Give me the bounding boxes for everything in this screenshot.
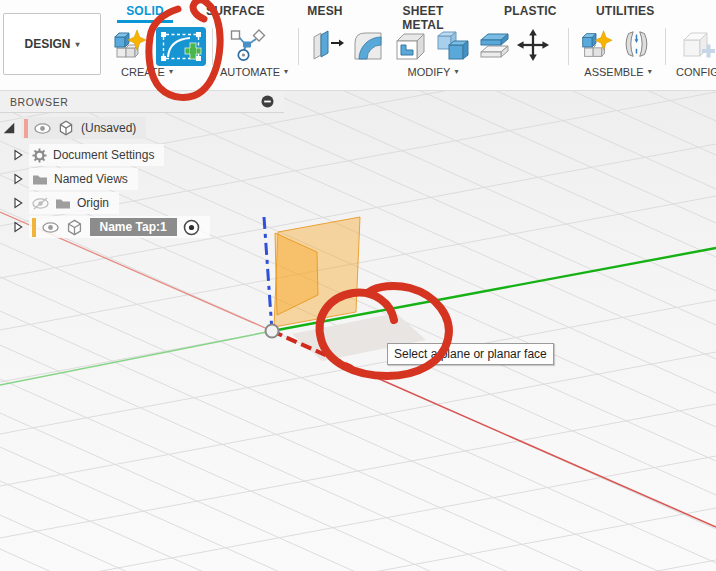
- create-group-label[interactable]: CREATE▾: [107, 65, 187, 78]
- body-cube-icon: [65, 218, 84, 237]
- browser-title: BROWSER: [10, 96, 261, 108]
- chevron-down-icon: ▾: [648, 67, 652, 76]
- design-label: DESIGN: [24, 37, 70, 51]
- activate-component-radio[interactable]: [183, 219, 200, 236]
- automate-group-label[interactable]: AUTOMATE▾: [214, 65, 294, 78]
- fillet-icon[interactable]: [350, 28, 386, 64]
- chevron-down-icon: ▾: [284, 67, 288, 76]
- combine-icon[interactable]: [434, 28, 470, 64]
- x-axis-far: [352, 367, 716, 527]
- modify-group-label[interactable]: MODIFY▾: [393, 65, 473, 78]
- collapsed-triangle-icon[interactable]: [12, 196, 24, 210]
- chevron-down-icon: ▾: [76, 40, 80, 49]
- component-icon: [57, 119, 75, 137]
- new-component-icon[interactable]: [110, 28, 148, 62]
- browser-row-document-settings[interactable]: Document Settings: [12, 144, 164, 166]
- status-tooltip: Select a plane or planar face: [387, 343, 554, 365]
- joint-icon[interactable]: [618, 28, 654, 62]
- component-color-bar: [24, 119, 28, 138]
- grid-line: [0, 379, 716, 571]
- tab-mesh[interactable]: MESH: [303, 4, 347, 20]
- toolbar: SOLID SURFACE MESH SHEET METAL PLASTIC U…: [0, 0, 716, 91]
- document-name[interactable]: (Unsaved): [81, 121, 136, 135]
- browser-row-origin[interactable]: Origin: [12, 192, 119, 214]
- chevron-down-icon: ▾: [169, 67, 173, 76]
- tab-surface[interactable]: SURFACE: [206, 4, 264, 20]
- chevron-down-icon: ▾: [454, 67, 458, 76]
- tab-utilities[interactable]: UTILITIES: [596, 4, 652, 20]
- design-workspace-dropdown[interactable]: DESIGN ▾: [3, 13, 101, 75]
- active-tab-indicator: [117, 20, 173, 23]
- y-axis-negative: [0, 331, 272, 385]
- visibility-off-eye-icon[interactable]: [32, 197, 49, 210]
- component-color-bar: [32, 218, 36, 237]
- visibility-eye-icon[interactable]: [34, 122, 51, 135]
- press-pull-icon[interactable]: [308, 28, 344, 64]
- config-group-label[interactable]: CONFIG: [676, 65, 716, 78]
- visibility-eye-icon[interactable]: [42, 221, 59, 234]
- grid-line: [0, 243, 716, 563]
- collapsed-triangle-icon[interactable]: [12, 148, 24, 162]
- tree-item-label[interactable]: Document Settings: [53, 148, 154, 162]
- tab-plastic[interactable]: PLASTIC: [504, 4, 556, 20]
- toolbar-separator: [568, 28, 569, 65]
- tree-item-label[interactable]: Origin: [77, 196, 109, 210]
- configure-icon-disabled: [678, 28, 716, 64]
- tab-sheet-metal[interactable]: SHEET METAL: [381, 4, 465, 20]
- tree-item-label[interactable]: Named Views: [54, 172, 128, 186]
- collapsed-triangle-icon[interactable]: [12, 220, 24, 234]
- shell-icon[interactable]: [392, 28, 428, 64]
- fusion360-window: { "ui": { "caret_down": "▾" }, "colors":…: [0, 0, 716, 571]
- grid-line: [0, 300, 716, 434]
- collapse-panel-icon[interactable]: [261, 95, 274, 108]
- collapsed-triangle-icon[interactable]: [12, 172, 24, 186]
- tab-solid[interactable]: SOLID: [117, 4, 173, 20]
- new-component-icon[interactable]: [578, 28, 614, 62]
- browser-row-named-views[interactable]: Named Views: [12, 168, 138, 190]
- toolbar-separator: [298, 28, 299, 65]
- automate-icon[interactable]: [228, 28, 268, 64]
- folder-icon: [55, 196, 71, 210]
- gear-icon: [32, 148, 47, 163]
- create-sketch-button[interactable]: [156, 27, 206, 66]
- browser-row-name-tap[interactable]: Name Tap:1: [12, 216, 210, 238]
- browser-row-root[interactable]: (Unsaved): [2, 117, 146, 139]
- move-copy-icon[interactable]: [516, 28, 550, 62]
- toolbar-separator: [665, 28, 666, 65]
- browser-panel-header: BROWSER: [0, 91, 284, 113]
- selected-component-label[interactable]: Name Tap:1: [90, 218, 177, 236]
- expand-triangle-icon[interactable]: [2, 121, 16, 135]
- assemble-group-label[interactable]: ASSEMBLE▾: [576, 65, 660, 78]
- origin-planes[interactable]: [274, 217, 360, 327]
- grid-line: [0, 549, 716, 571]
- z-axis: [264, 217, 272, 331]
- grid-line: [0, 560, 716, 571]
- split-body-icon[interactable]: [476, 28, 512, 64]
- folder-icon: [32, 172, 48, 186]
- grid-line: [0, 456, 716, 571]
- origin-point[interactable]: [266, 325, 279, 338]
- toolbar-separator: [212, 28, 213, 65]
- grid-line: [0, 352, 716, 486]
